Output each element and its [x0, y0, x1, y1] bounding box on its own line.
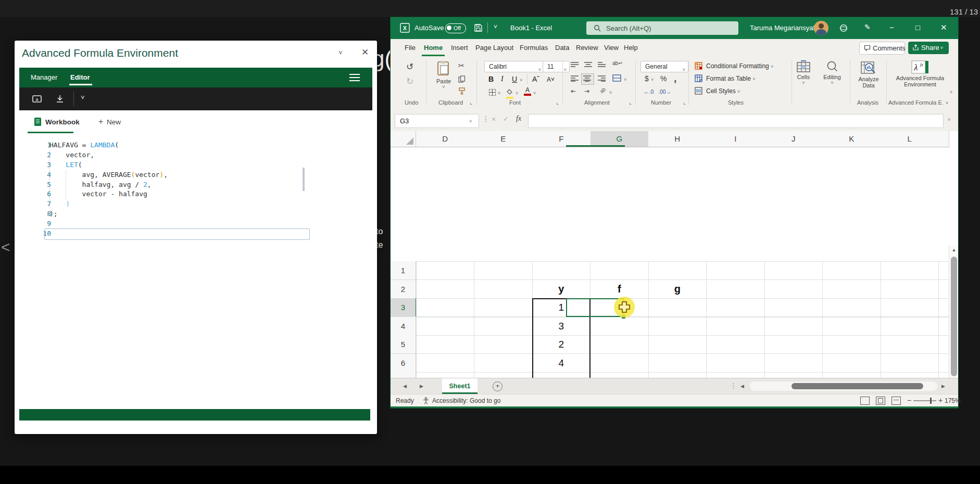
hscroll-left-icon[interactable]: ◀: [740, 384, 744, 389]
tabbar-grip-icon[interactable]: ⋮: [730, 381, 737, 389]
tab-file[interactable]: File: [405, 44, 416, 52]
align-right-icon[interactable]: [598, 75, 606, 82]
decrease-decimal-icon[interactable]: .00→: [658, 88, 671, 95]
new-sheet-icon[interactable]: +: [493, 381, 502, 391]
save-icon[interactable]: [474, 23, 483, 32]
afe-download-icon[interactable]: [55, 94, 65, 104]
tab-page-layout[interactable]: Page Layout: [475, 44, 513, 52]
sphere-icon[interactable]: [839, 24, 848, 32]
copy-icon[interactable]: [458, 75, 466, 83]
quick-access-chevron-icon[interactable]: ˅: [494, 23, 497, 31]
excel-app-icon[interactable]: X: [400, 23, 410, 33]
column-header-k[interactable]: K: [823, 131, 882, 147]
merge-center-icon[interactable]: [612, 74, 621, 82]
row-header-1[interactable]: 1: [391, 261, 416, 280]
row-header-7[interactable]: 7: [391, 372, 416, 378]
row-header-6[interactable]: 6: [391, 354, 416, 373]
font-name-select[interactable]: Calibri˅: [484, 61, 545, 72]
bold-button[interactable]: B: [488, 75, 494, 83]
tab-review[interactable]: Review: [576, 44, 598, 52]
afe-import-icon[interactable]: a: [32, 94, 42, 104]
minimize-button[interactable]: −: [889, 23, 894, 32]
autosave-toggle[interactable]: Off: [445, 23, 466, 33]
column-header-l[interactable]: L: [881, 131, 939, 147]
afe-toolbar-chevron-icon[interactable]: ˅: [81, 94, 85, 101]
decrease-indent-icon[interactable]: ⇤: [571, 87, 576, 95]
pen-icon[interactable]: ✎: [864, 23, 871, 31]
cancel-entry-icon[interactable]: ×: [492, 115, 496, 123]
comments-button[interactable]: Comments: [859, 42, 905, 55]
sheet-tab-sheet1[interactable]: Sheet1: [442, 378, 478, 394]
tab-home[interactable]: Home: [424, 44, 443, 52]
borders-icon[interactable]: [488, 88, 496, 96]
align-center-icon[interactable]: [583, 75, 591, 82]
page-break-view-icon[interactable]: [891, 397, 901, 405]
align-middle-icon[interactable]: [584, 62, 592, 68]
clipboard-dialog-launcher[interactable]: ⌞: [470, 99, 472, 105]
new-plus-icon[interactable]: +: [98, 117, 103, 126]
format-as-table-button[interactable]: Format as Table ˅: [706, 75, 755, 82]
search-bar[interactable]: Search (Alt+Q): [586, 21, 738, 35]
underline-button[interactable]: U: [512, 75, 517, 83]
afe-menu-icon[interactable]: [349, 74, 360, 81]
maximize-button[interactable]: □: [915, 23, 920, 32]
align-bottom-icon[interactable]: [598, 62, 606, 68]
status-accessibility[interactable]: Accessibility: Good to go: [432, 397, 500, 404]
hscroll-right-icon[interactable]: ▶: [941, 384, 945, 389]
number-format-select[interactable]: General˅: [640, 61, 688, 72]
tab-help[interactable]: Help: [624, 44, 638, 52]
vertical-scroll-thumb[interactable]: [951, 257, 957, 376]
code-line[interactable]: 5 halfavg, avg / 2,: [15, 180, 337, 190]
horizontal-scrollbar[interactable]: [750, 381, 937, 391]
afe-group-chevron-icon[interactable]: ˅: [946, 100, 948, 106]
zoom-level[interactable]: 175%: [945, 397, 961, 404]
ribbon-collapse-icon[interactable]: ˅: [950, 90, 952, 95]
afe-dropdown-icon[interactable]: ˅: [338, 49, 343, 57]
code-line[interactable]: 6 vector - halfavg: [15, 189, 337, 199]
share-button[interactable]: Share ˅: [908, 42, 949, 54]
cut-icon[interactable]: ✂: [458, 61, 464, 70]
percent-icon[interactable]: %: [660, 74, 667, 83]
alignment-dialog-launcher[interactable]: ⌞: [629, 99, 632, 105]
increase-font-icon[interactable]: Aˇ: [532, 75, 539, 83]
editing-button[interactable]: Editing ˅: [819, 60, 846, 85]
paste-button[interactable]: Paste ˅: [432, 60, 455, 90]
close-button[interactable]: ✕: [940, 23, 947, 32]
fill-color-button[interactable]: [506, 87, 514, 99]
afe-tab-editor[interactable]: Editor: [70, 73, 90, 81]
code-line[interactable]: 7 ): [15, 199, 337, 209]
cell-h2[interactable]: g: [648, 280, 707, 299]
column-header-e[interactable]: E: [474, 131, 533, 147]
formula-bar-grip-icon[interactable]: ⋮: [482, 114, 489, 123]
increase-indent-icon[interactable]: ⇥: [584, 87, 589, 95]
zoom-in-icon[interactable]: +: [938, 396, 943, 404]
afe-tab-manager[interactable]: Manager: [31, 73, 57, 81]
afe-editor-scrollbar[interactable]: [303, 168, 305, 191]
tab-insert[interactable]: Insert: [451, 44, 468, 52]
row-header-5[interactable]: 5: [391, 335, 416, 354]
cell-f2[interactable]: y: [532, 280, 590, 299]
zoom-slider-track[interactable]: [913, 400, 936, 401]
number-dialog-launcher[interactable]: ⌞: [683, 99, 686, 105]
code-line[interactable]: 4 avg, AVERAGE(vector),: [15, 170, 337, 180]
page-layout-view-icon[interactable]: [876, 397, 885, 405]
scroll-up-icon[interactable]: ▲: [949, 247, 958, 252]
font-size-select[interactable]: 11˅: [543, 61, 570, 72]
formula-bar-expand-icon[interactable]: ˅: [948, 117, 950, 122]
format-painter-icon[interactable]: [458, 87, 466, 95]
code-line[interactable]: 8);: [15, 209, 337, 219]
name-box[interactable]: G3 ˅: [395, 114, 479, 128]
sheet-nav-prev-icon[interactable]: ◀: [403, 384, 407, 389]
comma-icon[interactable]: ,: [674, 73, 676, 84]
code-current-line-box[interactable]: [44, 228, 310, 240]
confirm-entry-icon[interactable]: ✓: [503, 115, 509, 123]
redo-icon[interactable]: ↻: [406, 76, 413, 87]
conditional-formatting-button[interactable]: Conditional Formatting ˅: [706, 62, 773, 70]
code-line[interactable]: 3 LET(: [15, 160, 337, 170]
font-dialog-launcher[interactable]: ⌞: [556, 99, 559, 105]
slide-back-chevron[interactable]: <: [1, 238, 10, 256]
row-header-4[interactable]: 4: [391, 317, 416, 336]
vertical-scrollbar[interactable]: ▲ ▼: [949, 245, 958, 378]
avatar[interactable]: [814, 21, 828, 35]
afe-workbook-tab[interactable]: Workbook: [45, 118, 80, 126]
